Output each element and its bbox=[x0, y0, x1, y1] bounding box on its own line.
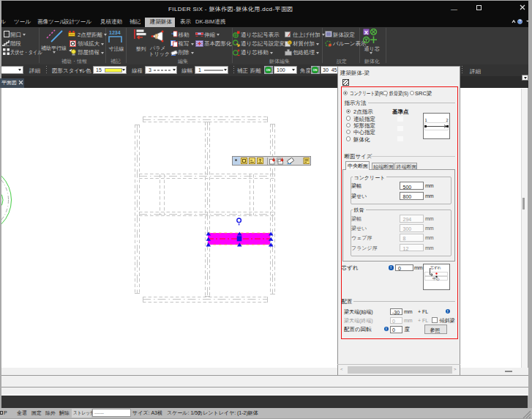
svg-text:ON: ON bbox=[266, 68, 271, 72]
svg-text:ON: ON bbox=[313, 68, 318, 72]
svg-text:X: X bbox=[364, 29, 369, 36]
